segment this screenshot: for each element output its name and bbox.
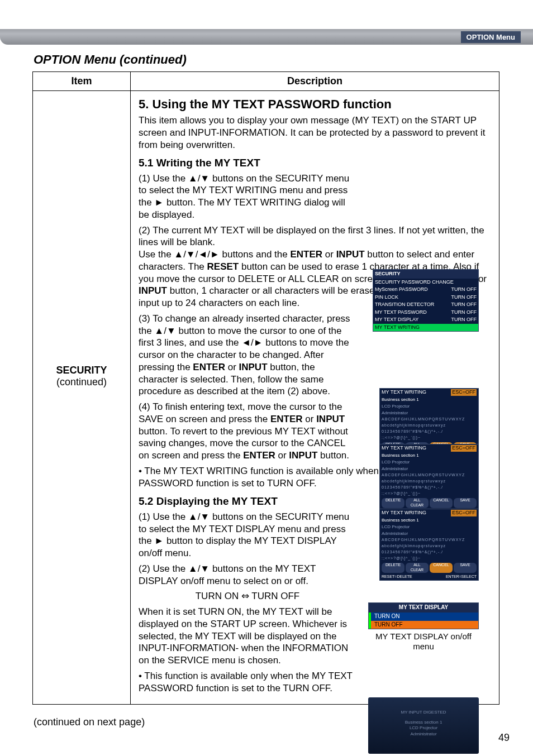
page-number: 49: [498, 732, 510, 744]
heading-5: 5. Using the MY TEXT PASSWORD function: [139, 97, 491, 112]
desc-cell: 5. Using the MY TEXT PASSWORD function T…: [131, 91, 499, 705]
para-51-4: (4) To finish entering text, move the cu…: [139, 401, 356, 462]
mytext-writing-dialog-3: MY TEXT WRITINGESC=OFF Business section …: [379, 509, 479, 581]
item-cell: SECURITY (continued): [33, 91, 131, 705]
header-bar: OPTION Menu: [0, 29, 533, 45]
item-name: SECURITY: [33, 365, 130, 376]
para-51-1: (1) Use the ▲/▼ buttons on the SECURITY …: [139, 173, 356, 221]
security-menu-dialog: SECURITY SECURITY PASSWORD CHANGE MyScre…: [373, 269, 479, 332]
continued-footer: (continued on next page): [34, 716, 145, 728]
para-51-3: (3) To change an already inserted charac…: [139, 313, 356, 398]
page-title: OPTION Menu (continued): [34, 52, 187, 67]
col-header-desc: Description: [131, 72, 499, 91]
info-screens: MY INPUT DIGESTED Business section 1 LCD…: [368, 697, 479, 756]
heading-51: 5.1 Writing the MY TEXT: [139, 156, 491, 170]
col-header-item: Item: [33, 72, 131, 91]
intro-para: This item allows you to display your own…: [139, 114, 491, 151]
para-52-2: (2) Use the ▲/▼ buttons on the MY TEXT D…: [139, 563, 356, 587]
startup-screen-preview: MY INPUT DIGESTED Business section 1 LCD…: [368, 697, 479, 754]
item-sub: (continued): [33, 376, 130, 388]
para-52-3: When it is set TURN ON, the MY TEXT will…: [139, 606, 356, 667]
mytext-display-menu: MY TEXT DISPLAY TURN ON TURN OFF MY TEXT…: [368, 602, 479, 652]
header-badge: OPTION Menu: [461, 31, 521, 43]
toggle-line: TURN ON ⇔ TURN OFF: [139, 590, 356, 602]
mytext-writing-dialog-2: MY TEXT WRITINGESC=OFF Business section …: [379, 444, 479, 516]
option-table: Item Description SECURITY (continued) 5.…: [32, 71, 499, 705]
para-52-1: (1) Use the ▲/▼ buttons on the SECURITY …: [139, 511, 356, 559]
note-52: • This function is available only when t…: [139, 670, 356, 695]
